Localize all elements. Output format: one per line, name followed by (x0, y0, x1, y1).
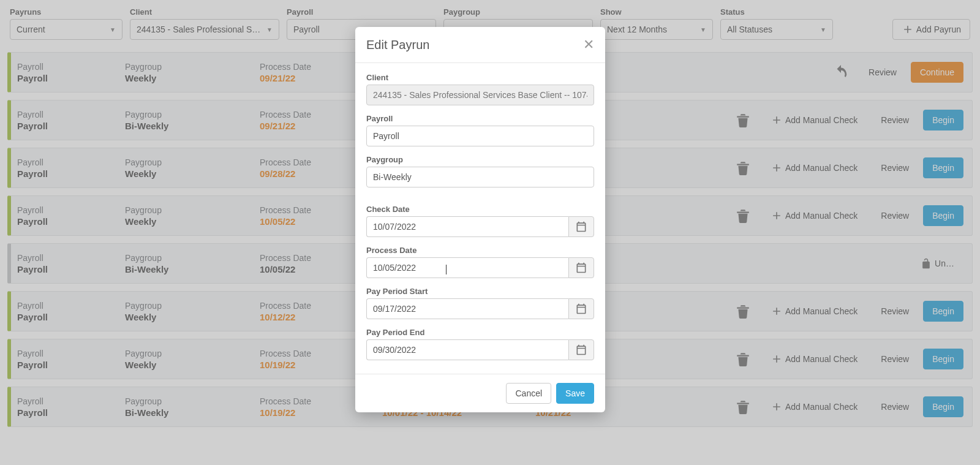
label-pay-period-end: Pay Period End (366, 328, 594, 337)
label-payroll: Payroll (366, 114, 594, 123)
calendar-icon (575, 344, 587, 356)
client-field[interactable] (366, 85, 594, 105)
save-label: Save (565, 388, 585, 398)
check-date-field[interactable] (366, 216, 568, 237)
save-button[interactable]: Save (556, 383, 594, 404)
close-icon[interactable]: ✕ (583, 37, 594, 53)
pay-period-end-picker-button[interactable] (568, 339, 594, 360)
calendar-icon (575, 303, 587, 315)
pay-period-end-field[interactable] (366, 339, 568, 360)
calendar-icon (575, 221, 587, 233)
process-date-picker-button[interactable] (568, 257, 594, 278)
pay-period-start-field[interactable] (366, 298, 568, 319)
label-client: Client (366, 73, 594, 82)
label-check-date: Check Date (366, 205, 594, 214)
payroll-field[interactable] (366, 126, 594, 146)
check-date-picker-button[interactable] (568, 216, 594, 237)
cancel-label: Cancel (515, 388, 542, 398)
label-process-date: Process Date (366, 246, 594, 255)
pay-period-start-picker-button[interactable] (568, 298, 594, 319)
cancel-button[interactable]: Cancel (506, 383, 551, 404)
paygroup-field[interactable] (366, 167, 594, 187)
modal-title: Edit Payrun (366, 38, 429, 52)
calendar-icon (575, 262, 587, 274)
text-cursor (446, 265, 447, 274)
label-pay-period-start: Pay Period Start (366, 287, 594, 296)
label-paygroup: Paygroup (366, 155, 594, 164)
process-date-field[interactable] (366, 257, 568, 278)
edit-payrun-modal: Edit Payrun ✕ Client Payroll Paygroup Ch… (355, 27, 605, 412)
